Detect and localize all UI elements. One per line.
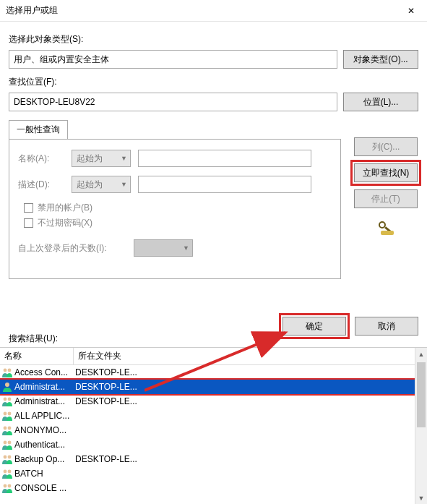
non-expiring-password-checkbox[interactable]: 不过期密码(X) — [24, 217, 332, 229]
svg-point-15 — [4, 484, 7, 488]
columns-button[interactable]: 列(C)... — [354, 137, 418, 156]
result-name: Administrat... — [14, 382, 75, 392]
svg-point-10 — [8, 441, 12, 445]
locations-button[interactable]: 位置(L)... — [343, 93, 418, 111]
svg-point-8 — [8, 427, 12, 430]
name-input[interactable] — [138, 150, 311, 167]
svg-point-1 — [8, 369, 12, 372]
desc-input[interactable] — [138, 176, 311, 193]
location-field: DESKTOP-LEU8V22 — [9, 93, 337, 111]
object-type-label: 选择此对象类型(S): — [9, 33, 418, 46]
result-row[interactable]: Backup Op...DESKTOP-LE... — [0, 452, 427, 466]
svg-point-7 — [4, 427, 7, 430]
result-name: Access Con... — [14, 367, 75, 377]
group-icon — [1, 396, 13, 407]
location-label: 查找位置(F): — [9, 76, 418, 88]
group-icon — [1, 367, 13, 378]
svg-point-5 — [4, 412, 7, 416]
disabled-accounts-checkbox[interactable]: 禁用的帐户(B) — [24, 202, 332, 214]
result-row[interactable]: Access Con...DESKTOP-LE... — [0, 365, 427, 380]
svg-point-6 — [8, 412, 12, 416]
result-row[interactable]: BATCH — [0, 466, 427, 481]
result-folder: DESKTOP-LE... — [75, 367, 137, 377]
scroll-down-button[interactable]: ▼ — [415, 492, 427, 504]
result-name: Backup Op... — [14, 454, 75, 464]
result-row[interactable]: ALL APPLIC... — [0, 409, 427, 423]
result-name: CONSOLE ... — [14, 483, 75, 493]
svg-point-3 — [4, 398, 7, 401]
result-name: Administrat... — [14, 396, 75, 406]
result-name: BATCH — [14, 469, 75, 479]
svg-point-12 — [8, 456, 12, 459]
ok-button[interactable]: 确定 — [282, 317, 346, 336]
svg-point-9 — [4, 441, 7, 445]
result-name: Authenticat... — [14, 440, 75, 450]
column-header-name[interactable]: 名称 — [0, 348, 74, 364]
result-row[interactable]: Authenticat... — [0, 437, 427, 452]
column-header-folder[interactable]: 所在文件夹 — [74, 348, 427, 364]
group-icon — [1, 482, 13, 494]
result-row[interactable]: CONSOLE ... — [0, 481, 427, 495]
result-name: ALL APPLIC... — [14, 411, 75, 421]
result-name: ANONYMO... — [14, 425, 75, 435]
result-row[interactable]: ANONYMO... — [0, 423, 427, 437]
result-row[interactable]: Administrat...DESKTOP-LE... — [0, 380, 427, 394]
result-folder: DESKTOP-LE... — [75, 396, 137, 406]
svg-point-11 — [4, 456, 7, 459]
svg-point-14 — [8, 470, 12, 474]
desc-label: 描述(D): — [18, 179, 64, 191]
close-button[interactable]: ✕ — [394, 0, 427, 22]
results-scrollbar[interactable]: ▲ ▼ — [415, 348, 427, 504]
group-icon — [1, 439, 13, 450]
scroll-up-button[interactable]: ▲ — [415, 348, 427, 360]
days-since-logon-label: 自上次登录后的天数(I): — [18, 242, 126, 255]
tab-common-queries[interactable]: 一般性查询 — [9, 120, 68, 139]
search-icon — [376, 220, 396, 236]
scroll-thumb[interactable] — [417, 362, 426, 427]
name-match-combo[interactable]: 起始为▼ — [72, 150, 131, 167]
chevron-down-icon: ▼ — [183, 244, 189, 252]
svg-point-0 — [4, 369, 7, 372]
svg-point-4 — [8, 398, 12, 401]
dialog-title: 选择用户或组 — [6, 4, 58, 17]
search-results-label: 搜索结果(U): — [9, 333, 58, 345]
result-folder: DESKTOP-LE... — [75, 382, 137, 392]
user-icon — [1, 381, 13, 393]
svg-point-16 — [8, 484, 12, 488]
stop-button[interactable]: 停止(T) — [354, 189, 418, 208]
days-combo[interactable]: ▼ — [134, 239, 193, 257]
cancel-button[interactable]: 取消 — [355, 317, 418, 336]
group-icon — [1, 424, 13, 436]
object-type-field: 用户、组或内置安全主体 — [9, 50, 337, 69]
result-folder: DESKTOP-LE... — [75, 454, 137, 464]
object-types-button[interactable]: 对象类型(O)... — [343, 50, 418, 69]
group-icon — [1, 468, 13, 479]
group-icon — [1, 453, 13, 465]
chevron-down-icon: ▼ — [121, 181, 127, 188]
group-icon — [1, 410, 13, 422]
result-row[interactable]: Administrat...DESKTOP-LE... — [0, 394, 427, 409]
desc-match-combo[interactable]: 起始为▼ — [72, 176, 131, 193]
find-now-button[interactable]: 立即查找(N) — [354, 163, 418, 182]
svg-point-13 — [4, 470, 7, 474]
svg-point-2 — [5, 383, 9, 387]
name-label: 名称(A): — [18, 153, 64, 165]
chevron-down-icon: ▼ — [121, 155, 127, 162]
close-icon: ✕ — [407, 6, 415, 16]
